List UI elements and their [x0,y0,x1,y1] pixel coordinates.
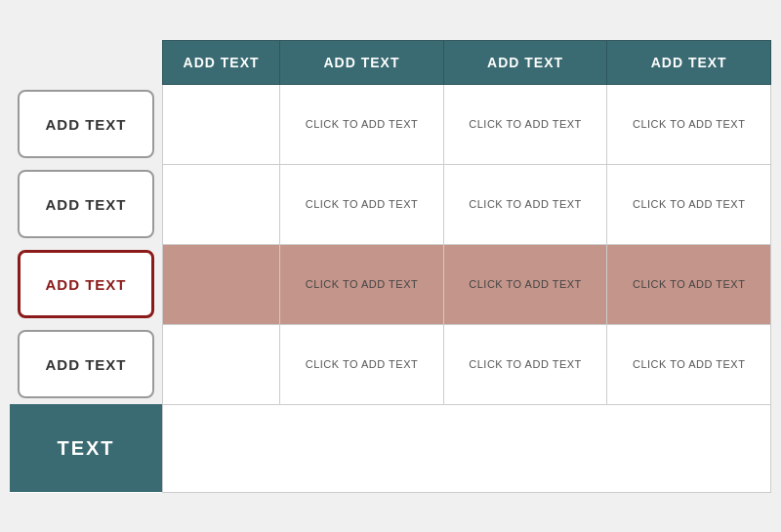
row-4-cell-1[interactable]: CLICK TO ADD TEXT [280,324,444,404]
row-2-cell-0[interactable] [163,164,280,244]
data-row-1: ADD TEXTCLICK TO ADD TEXTCLICK TO ADD TE… [10,84,771,164]
row-2-cell-2[interactable]: CLICK TO ADD TEXT [443,164,607,244]
row-label-cell-1: ADD TEXT [10,84,163,164]
footer-content-cell[interactable] [163,404,771,492]
row-label-btn-4[interactable]: ADD TEXT [18,330,154,398]
row-2-cell-3[interactable]: CLICK TO ADD TEXT [607,164,771,244]
header-empty-cell [10,40,163,84]
header-col1[interactable]: ADD TEXT [163,40,280,84]
row-label-cell-2: ADD TEXT [10,164,163,244]
row-4-cell-2[interactable]: CLICK TO ADD TEXT [443,324,607,404]
header-col2[interactable]: ADD TEXT [280,40,444,84]
data-row-3: ADD TEXTCLICK TO ADD TEXTCLICK TO ADD TE… [10,244,771,324]
row-label-cell-3: ADD TEXT [10,244,163,324]
row-3-cell-1[interactable]: CLICK TO ADD TEXT [280,244,444,324]
row-label-btn-3[interactable]: ADD TEXT [18,250,154,318]
row-4-cell-0[interactable] [163,324,280,404]
row-1-cell-1[interactable]: CLICK TO ADD TEXT [280,84,444,164]
row-3-cell-0[interactable] [163,244,280,324]
row-1-cell-0[interactable] [163,84,280,164]
data-row-2: ADD TEXTCLICK TO ADD TEXTCLICK TO ADD TE… [10,164,771,244]
header-col4[interactable]: ADD TEXT [607,40,771,84]
row-label-cell-4: ADD TEXT [10,324,163,404]
header-col3[interactable]: ADD TEXT [443,40,607,84]
footer-row: TEXT [10,404,771,492]
row-4-cell-3[interactable]: CLICK TO ADD TEXT [607,324,771,404]
row-3-cell-2[interactable]: CLICK TO ADD TEXT [443,244,607,324]
main-table-wrapper: ADD TEXT ADD TEXT ADD TEXT ADD TEXT ADD … [10,40,771,493]
data-table: ADD TEXT ADD TEXT ADD TEXT ADD TEXT ADD … [10,40,771,493]
row-1-cell-2[interactable]: CLICK TO ADD TEXT [443,84,607,164]
row-label-btn-2[interactable]: ADD TEXT [18,170,154,238]
header-row: ADD TEXT ADD TEXT ADD TEXT ADD TEXT [10,40,771,84]
footer-label-cell[interactable]: TEXT [10,404,163,492]
row-3-cell-3[interactable]: CLICK TO ADD TEXT [607,244,771,324]
row-label-btn-1[interactable]: ADD TEXT [18,90,154,158]
row-1-cell-3[interactable]: CLICK TO ADD TEXT [607,84,771,164]
row-2-cell-1[interactable]: CLICK TO ADD TEXT [280,164,444,244]
data-row-4: ADD TEXTCLICK TO ADD TEXTCLICK TO ADD TE… [10,324,771,404]
